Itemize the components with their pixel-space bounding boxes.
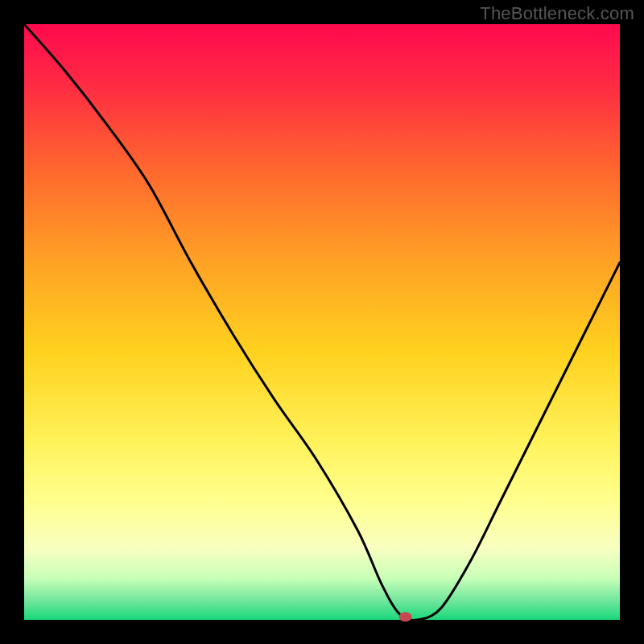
- bottleneck-chart: TheBottleneck.com: [0, 0, 644, 644]
- plot-background: [24, 24, 620, 620]
- chart-canvas: [0, 0, 644, 644]
- optimum-marker: [399, 612, 412, 621]
